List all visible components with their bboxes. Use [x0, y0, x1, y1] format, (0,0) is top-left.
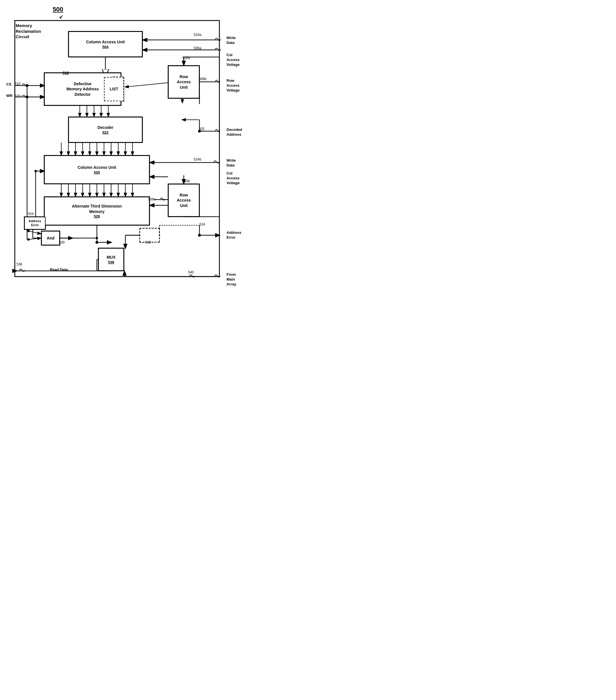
address-error-left-box: AddressError [24, 217, 46, 229]
svg-line-70 [28, 231, 41, 234]
ref-506b: 506b [199, 77, 207, 81]
and-gate-label: And [47, 236, 54, 241]
svg-point-72 [27, 230, 30, 232]
defective-detector-label: DefectiveMemory AddressDetector [66, 81, 99, 97]
cs-label: CS [6, 82, 11, 87]
svg-line-6 [125, 83, 168, 87]
from-main-array-label: FromMainArray [227, 272, 236, 287]
write-data-top-label: WriteData [227, 36, 236, 45]
ref-524-left: 524 [28, 212, 34, 216]
column-access-526-ref: 526 [94, 170, 100, 175]
brace-500: ↙ [59, 14, 63, 20]
diagram-container: 500 ↙ Column Access Unit MemoryReclamati… [0, 0, 256, 291]
read-data-label: Read Data [50, 267, 68, 272]
ref-510: 510 [15, 82, 21, 86]
ref-516b: 516b [182, 179, 190, 183]
column-access-504-label: Column Access Unit [86, 39, 125, 45]
row-access-top-label: RowAccessUnit [177, 74, 191, 90]
ref-520: 520 [15, 94, 21, 98]
mux-ref: 538 [108, 260, 114, 264]
write-data-mid-label: WriteData [227, 158, 236, 168]
ref-524a: 524a [194, 33, 202, 37]
row-access-voltage-label: RowAccessVoltage [227, 78, 240, 93]
ref-524b: 524b [194, 158, 202, 161]
column-access-unit-526: Column Access Unit 526 [44, 155, 150, 184]
ref-512: 512 [63, 71, 69, 75]
list-label: LIST [110, 86, 118, 91]
svg-point-85 [26, 96, 28, 98]
ref-506a: 506a [194, 46, 202, 50]
decoder-box: Decoder 522 [68, 117, 142, 142]
svg-point-83 [26, 84, 28, 87]
ref-516a: 516a [182, 56, 190, 60]
svg-point-73 [27, 238, 30, 241]
row-access-unit-top: RowAccessUnit [168, 65, 200, 98]
ref-530: 530 [59, 240, 65, 245]
alt-memory-box: Alternate Third DimensionMemory 528 [44, 197, 150, 225]
row-access-unit-bottom: RowAccessUnit [168, 184, 200, 217]
mux-box: MUX 538 [98, 248, 124, 271]
svg-point-62 [95, 241, 98, 244]
column-access-504-ref: 504 [102, 45, 108, 49]
svg-point-76 [96, 237, 98, 239]
ref-506c: 506c [148, 197, 156, 201]
decoded-address-label: DecodedAddress [227, 127, 242, 137]
column-access-526-label: Column Access Unit [77, 165, 116, 170]
wr-label: WR [6, 93, 13, 98]
svg-point-59 [198, 234, 201, 237]
col-access-voltage-top-label: ColAccessVoltage [227, 53, 240, 67]
ref-500-label: 500 [53, 6, 63, 13]
col-access-voltage-mid-label: ColAccessVoltage [227, 171, 240, 186]
ref-502: 502 [199, 127, 205, 131]
ref-532: 532 [145, 240, 151, 245]
svg-line-71 [28, 238, 41, 239]
decoder-label: Decoder [98, 125, 113, 130]
alt-memory-label: Alternate Third DimensionMemory [72, 203, 122, 214]
ref-524-right: 524 [200, 222, 205, 226]
address-error-right-label: AddressError [227, 230, 241, 240]
ref-536: 536 [16, 262, 22, 266]
column-access-unit-504: Column Access Unit 504 [68, 32, 142, 57]
list-box: LIST [104, 77, 124, 101]
alt-memory-ref: 528 [94, 214, 100, 218]
decoder-ref: 522 [102, 130, 108, 135]
svg-point-93 [35, 170, 37, 172]
main-circuit-title: Column Access Unit MemoryReclamationCirc… [16, 23, 41, 40]
and-gate-box: And [41, 231, 60, 245]
row-access-bot-label: RowAccessUnit [177, 192, 191, 208]
ref-540: 540 [188, 270, 194, 274]
address-error-left-label: AddressError [28, 219, 41, 227]
mux-label: MUX [106, 254, 115, 260]
